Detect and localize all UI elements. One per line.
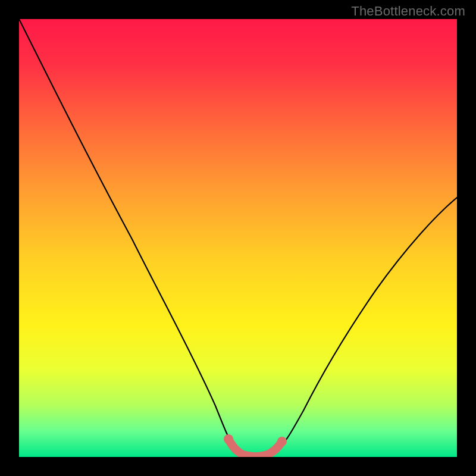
chart-frame: TheBottleneck.com: [0, 0, 476, 476]
optimal-zone-end-dot: [277, 437, 287, 446]
optimal-zone-highlight: [228, 439, 282, 456]
optimal-zone-start-dot: [224, 434, 233, 444]
watermark-text: TheBottleneck.com: [351, 4, 465, 19]
plot-area: [19, 19, 457, 457]
curve-layer: [19, 19, 457, 457]
bottleneck-curve: [19, 19, 457, 456]
